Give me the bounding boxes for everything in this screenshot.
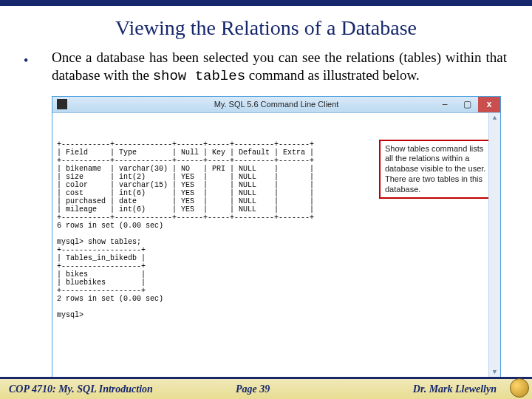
footer-page: Page 39 xyxy=(224,383,282,395)
sep: +-----------+-------------+------+-----+… xyxy=(57,214,314,222)
prompt-end: mysql> xyxy=(57,311,83,319)
bullet-dot-icon: • xyxy=(24,53,28,69)
sep: +-----------+-------------+------+-----+… xyxy=(57,140,314,149)
footer-author: Dr. Mark Llewellyn xyxy=(282,383,523,395)
maximize-button[interactable]: ▢ xyxy=(456,97,478,112)
table-row: | purchased | date | YES | | NULL | | xyxy=(57,197,314,205)
sep: +------------------+ xyxy=(57,287,146,295)
slide-title: Viewing the Relations of a Database xyxy=(0,6,532,49)
table-row: | mileage | int(6) | YES | | NULL | | xyxy=(57,205,314,214)
console-area: +-----------+-------------+------+-----+… xyxy=(52,113,500,379)
slide-body: • Once a database has been selected you … xyxy=(0,49,532,380)
close-button[interactable]: x xyxy=(478,97,500,112)
table-row: | bluebikes | xyxy=(57,279,146,287)
sep: +------------------+ xyxy=(57,262,146,270)
annotation-callout: Show tables command lists all the relati… xyxy=(379,140,497,200)
university-logo-icon xyxy=(510,378,529,398)
scroll-up-icon[interactable]: ▲ xyxy=(489,113,500,125)
tables-header: | Tables_in_bikedb | xyxy=(57,254,146,262)
table-row: | bikename | varchar(30) | NO | PRI | NU… xyxy=(57,165,314,173)
window-titlebar: My. SQL 5.6 Command Line Client – ▢ x xyxy=(52,97,500,113)
terminal-window: My. SQL 5.6 Command Line Client – ▢ x +-… xyxy=(52,96,501,380)
app-icon xyxy=(57,99,67,109)
bullet-text-code: show tables xyxy=(153,68,245,84)
top-bar xyxy=(0,0,532,6)
table-row: | bikes | xyxy=(57,270,146,279)
slide-footer: COP 4710: My. SQL Introduction Page 39 D… xyxy=(0,377,532,399)
table-row: | color | varchar(15) | YES | | NULL | | xyxy=(57,181,314,189)
bullet-item: • Once a database has been selected you … xyxy=(52,49,507,86)
describe-header: | Field | Type | Null | Key | Default | … xyxy=(57,149,314,157)
footer-course: COP 4710: My. SQL Introduction xyxy=(9,383,224,395)
vertical-scrollbar[interactable]: ▲ ▼ xyxy=(488,113,500,379)
scroll-track[interactable] xyxy=(489,125,500,367)
minimize-button[interactable]: – xyxy=(434,97,456,112)
sep: +------------------+ xyxy=(57,246,146,254)
table-row: | size | int(2) | YES | | NULL | | xyxy=(57,173,314,181)
prompt-show-tables: mysql> show tables; xyxy=(57,238,141,246)
bullet-text-post: command as illustrated below. xyxy=(245,67,420,83)
tables-summary: 2 rows in set (0.00 sec) xyxy=(57,295,163,303)
bullet-text: Once a database has been selected you ca… xyxy=(52,49,507,86)
table-row: | cost | int(6) | YES | | NULL | | xyxy=(57,189,314,197)
sep: +-----------+-------------+------+-----+… xyxy=(57,157,314,165)
rows-summary: 6 rows in set (0.00 sec) xyxy=(57,222,163,230)
window-controls: – ▢ x xyxy=(434,97,500,112)
